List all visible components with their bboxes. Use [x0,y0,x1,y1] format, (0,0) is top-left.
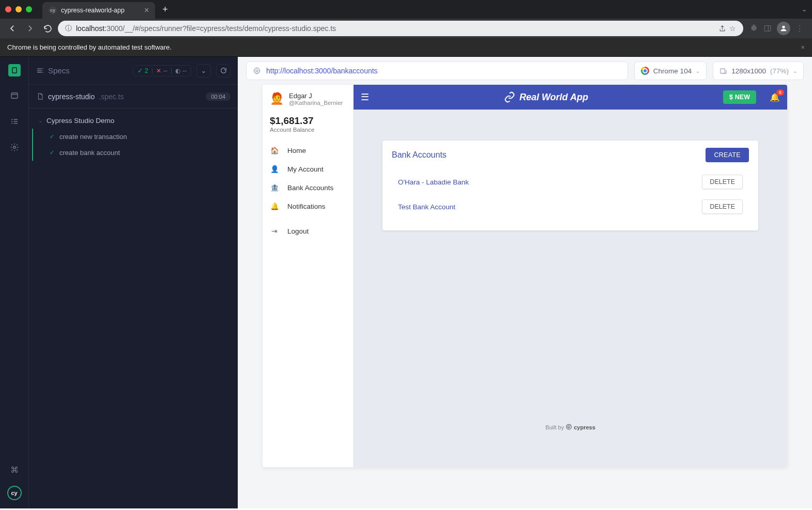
nav-my-account[interactable]: 👤My Account [263,160,353,178]
bank-account-row: O'Hara - Labadie Bank DELETE [392,169,749,194]
specs-nav-icon[interactable] [8,64,21,76]
browser-tab[interactable]: cy cypress-realworld-app × [42,2,155,19]
test-item[interactable]: ✓ create bank account [32,145,238,161]
nav-label: My Account [287,165,324,173]
delete-bank-account-button[interactable]: DELETE [702,199,743,214]
pass-check-icon: ✓ [137,67,143,74]
profile-avatar-icon[interactable] [777,22,790,35]
test-suite-row[interactable]: ⌄ Cypress Studio Demo [29,113,238,129]
chrome-icon [641,67,649,75]
share-icon[interactable] [718,25,726,33]
keyboard-shortcut-icon[interactable]: ⌘ [8,463,21,476]
nav-bank-accounts[interactable]: 🏦Bank Accounts [263,178,353,197]
spec-file-row[interactable]: cypress-studio.spec.ts 00:04 [29,85,238,109]
tabs-chevron-down-icon[interactable]: ⌄ [802,6,807,13]
viewport-selector[interactable]: 1280x1000 (77%) ⌄ [713,61,804,80]
user-full-name: Edgar J [289,92,343,100]
card-title: Bank Accounts [392,150,447,160]
rwa-sidebar: 🧑‍🦰 Edgar J @Katharina_Bernier $1,681.37… [263,85,354,467]
rwa-appbar: ☰ Real World App $ NEW 🔔8 [354,85,787,110]
automation-close-icon[interactable]: × [801,43,805,51]
fail-count: -- [163,67,167,74]
app-title-text: Real World App [519,92,588,103]
test-item[interactable]: ✓ create new transaction [32,129,238,145]
specs-collapse-icon[interactable] [36,67,44,74]
app-container: ⌘ cy Specs ✓ 2 | ✕ -- | ◐ [0,57,812,508]
bank-account-name[interactable]: Test Bank Account [398,203,455,211]
test-stats: ✓ 2 | ✕ -- | ◐ -- [133,65,191,76]
automation-infobar: Chrome is being controlled by automated … [0,38,812,57]
nav-label: Logout [287,227,309,235]
aut-url[interactable]: http://localhost:3000/bankaccounts [266,67,378,75]
browser-toolbar: ⓘ localhost:3000/__/#/specs/runner?file=… [0,19,812,38]
settings-nav-icon[interactable] [8,141,21,154]
aut-iframe: 🧑‍🦰 Edgar J @Katharina_Bernier $1,681.37… [263,85,787,467]
browser-selector[interactable]: Chrome 104 ⌄ [634,61,707,80]
browser-tab-bar: cy cypress-realworld-app × + ⌄ [0,0,812,19]
side-panel-icon[interactable] [763,24,772,33]
pending-icon: ◐ [175,67,180,74]
back-button[interactable] [5,21,20,36]
site-info-icon[interactable]: ⓘ [65,24,72,33]
aut-panel: http://localhost:3000/bankaccounts Chrom… [238,57,812,508]
runner-header: Specs ✓ 2 | ✕ -- | ◐ -- ⌄ [29,57,238,85]
nav-label: Notifications [287,203,326,210]
kebab-menu-icon[interactable]: ⋮ [795,24,804,34]
address-bar[interactable]: ⓘ localhost:3000/__/#/specs/runner?file=… [58,21,743,36]
nav-home[interactable]: 🏠Home [263,141,353,160]
tab-favicon-icon: cy [49,6,57,14]
nav-notifications[interactable]: 🔔Notifications [263,197,353,215]
rwa-user-block: 🧑‍🦰 Edgar J @Katharina_Bernier [263,92,353,112]
automation-message: Chrome is being controlled by automated … [7,43,172,51]
maximize-window-icon[interactable] [26,6,32,12]
new-transaction-button[interactable]: $ NEW [723,90,756,104]
forward-button[interactable] [23,21,37,36]
spec-timer: 00:04 [206,92,231,101]
footer-prefix: Built by [545,424,564,430]
runs-nav-icon[interactable] [8,89,21,102]
runner-body: Specs ✓ 2 | ✕ -- | ◐ -- ⌄ [29,57,238,508]
svg-rect-0 [764,26,771,32]
nav-label: Home [287,147,306,154]
tab-close-icon[interactable]: × [144,6,149,15]
tab-title: cypress-realworld-app [61,7,125,14]
restart-tests-button[interactable] [216,64,231,78]
spec-file-ext: .spec.ts [99,92,124,101]
test-name: create bank account [59,149,120,157]
bank-account-name[interactable]: O'Hara - Labadie Bank [398,178,469,186]
close-window-icon[interactable] [5,6,11,12]
minimize-window-icon[interactable] [16,6,22,12]
test-pass-check-icon: ✓ [50,149,54,156]
reload-button[interactable] [40,21,55,36]
create-bank-account-button[interactable]: CREATE [706,148,749,162]
bank-accounts-card: Bank Accounts CREATE O'Hara - Labadie Ba… [382,141,758,230]
chrome-actions: ⋮ [746,22,807,35]
balance-label: Account Balance [270,127,346,133]
dollar-icon: $ [729,94,733,101]
app-title: Real World App [376,91,716,103]
home-icon: 🏠 [270,146,279,154]
debug-nav-icon[interactable] [8,115,21,128]
extensions-icon[interactable] [749,24,758,33]
pending-count: -- [182,67,187,74]
cypress-logo-icon[interactable]: cy [7,486,22,500]
hamburger-menu-icon[interactable]: ☰ [361,91,369,103]
spec-file-name: cypress-studio [48,92,95,101]
user-avatar-icon: 🧑‍🦰 [270,92,284,106]
nav-logout[interactable]: ⇥Logout [263,222,353,240]
delete-bank-account-button[interactable]: DELETE [702,175,743,189]
notifications-bell[interactable]: 🔔8 [770,92,780,102]
link-icon [504,91,515,103]
aut-url-bar: http://localhost:3000/bankaccounts [246,61,628,80]
bookmark-star-icon[interactable]: ☆ [729,24,736,33]
browser-label: Chrome 104 [653,67,692,75]
cypress-runner-panel: ⌘ cy Specs ✓ 2 | ✕ -- | ◐ [0,57,238,508]
new-tab-button[interactable]: + [162,4,168,15]
view-toggle-button[interactable]: ⌄ [196,64,211,78]
notification-badge: 8 [776,89,784,96]
viewport-size: 1280x1000 [731,67,766,75]
svg-rect-2 [12,68,16,73]
selector-playground-icon[interactable] [253,67,261,75]
bank-icon: 🏦 [270,183,279,192]
account-balance: $1,681.37 [270,115,346,127]
